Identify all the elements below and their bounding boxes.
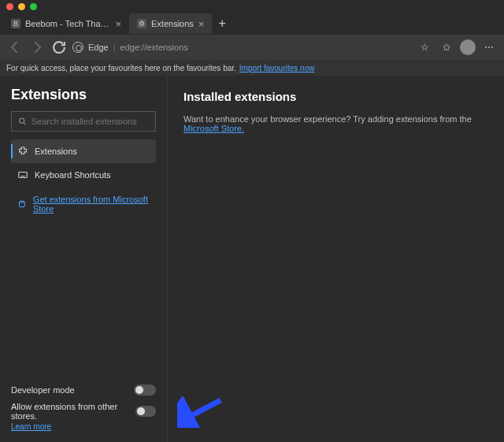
tab-title: Extensions — [151, 19, 194, 28]
maximize-window-icon[interactable] — [30, 3, 37, 10]
other-stores-row: Allow extensions from other stores. — [11, 402, 156, 421]
content-area: Extensions Extensions Keyboard Shortcuts… — [0, 76, 504, 442]
sidebar-item-extensions[interactable]: Extensions — [11, 139, 156, 163]
other-stores-toggle[interactable] — [135, 406, 156, 417]
main-heading: Installed extensions — [183, 90, 488, 103]
minimize-window-icon[interactable] — [18, 3, 25, 10]
menu-button[interactable]: ⋯ — [480, 39, 498, 56]
favorites-icon[interactable]: ✩ — [438, 39, 455, 56]
other-stores-label: Allow extensions from other stores. — [11, 402, 135, 421]
store-icon — [17, 199, 27, 210]
refresh-button[interactable] — [50, 39, 68, 56]
page-title: Extensions — [11, 87, 156, 103]
window-controls — [0, 0, 504, 13]
tab-beebom[interactable]: B Beebom - Tech That Matters × — [3, 13, 129, 34]
close-window-icon[interactable] — [6, 3, 13, 10]
learn-more-link[interactable]: Learn more — [11, 422, 156, 431]
tab-extensions[interactable]: ⚙ Extensions × — [129, 13, 212, 34]
sidebar-item-label: Extensions — [35, 147, 77, 156]
sidebar-item-label: Keyboard Shortcuts — [35, 170, 111, 180]
developer-mode-row: Developer mode — [11, 384, 156, 396]
import-favourites-link[interactable]: Import favourites now — [239, 64, 315, 72]
developer-mode-toggle[interactable] — [134, 384, 156, 396]
close-tab-icon[interactable]: × — [115, 18, 121, 30]
keyboard-icon — [17, 169, 28, 180]
puzzle-icon — [17, 146, 28, 157]
search-icon — [18, 117, 27, 126]
back-button[interactable] — [6, 39, 24, 56]
microsoft-store-link[interactable]: Microsoft Store. — [183, 124, 244, 133]
svg-rect-1 — [19, 173, 28, 178]
address-bar[interactable]: Edge | edge://extensions — [72, 42, 188, 53]
sidebar: Extensions Extensions Keyboard Shortcuts… — [0, 76, 168, 442]
favourites-bar: For quick access, place your favourites … — [0, 60, 504, 76]
search-input[interactable] — [32, 117, 149, 126]
get-extensions-link[interactable]: Get extensions from Microsoft Store — [33, 195, 150, 214]
forward-button[interactable] — [28, 39, 46, 56]
close-tab-icon[interactable]: × — [198, 18, 205, 30]
store-link-row: Get extensions from Microsoft Store — [11, 195, 156, 214]
address-label: Edge — [88, 43, 109, 52]
main-panel: Installed extensions Want to enhance you… — [168, 76, 504, 442]
favicon-icon: B — [11, 19, 20, 28]
favicon-icon: ⚙ — [137, 19, 146, 28]
sidebar-item-shortcuts[interactable]: Keyboard Shortcuts — [11, 163, 156, 187]
tab-title: Beebom - Tech That Matters — [25, 19, 110, 28]
toolbar: Edge | edge://extensions ☆ ✩ ⋯ — [0, 35, 504, 60]
profile-avatar[interactable] — [460, 39, 476, 55]
main-body: Want to enhance your browser experience?… — [183, 114, 488, 133]
favbar-text: For quick access, place your favourites … — [6, 64, 236, 72]
edge-icon — [72, 42, 83, 53]
svg-point-0 — [20, 118, 24, 123]
search-box[interactable] — [11, 111, 156, 132]
favorite-star-icon[interactable]: ☆ — [416, 39, 433, 56]
address-url: edge://extensions — [120, 43, 188, 52]
developer-mode-label: Developer mode — [11, 385, 75, 395]
tab-strip: B Beebom - Tech That Matters × ⚙ Extensi… — [0, 13, 504, 35]
new-tab-button[interactable]: + — [212, 17, 232, 31]
